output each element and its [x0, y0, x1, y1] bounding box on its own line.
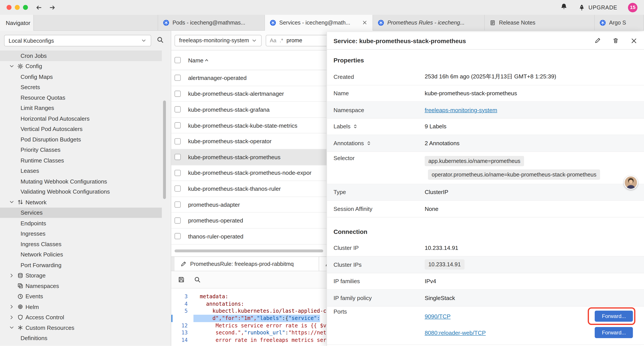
row-checkbox[interactable]: [174, 122, 180, 129]
row-checkbox[interactable]: [174, 217, 180, 223]
sort-updown-icon[interactable]: [366, 141, 371, 145]
sidebar-item-services[interactable]: Services: [0, 207, 162, 218]
back-icon[interactable]: [35, 4, 42, 11]
notification-count-badge[interactable]: 15: [628, 3, 638, 12]
regex-toggle[interactable]: .*: [280, 37, 283, 43]
sidebar-item-label: Events: [26, 293, 43, 300]
tab-label: Argo S: [609, 19, 639, 26]
row-checkbox[interactable]: [174, 91, 180, 97]
sidebar-item-network[interactable]: Network: [0, 197, 171, 207]
sidebar-scrollbar[interactable]: [163, 100, 166, 199]
tab-services-icecheng-math[interactable]: Services - icecheng@math...: [265, 15, 373, 31]
row-checkbox[interactable]: [174, 186, 180, 192]
sidebar-item-definitions[interactable]: Definitions: [0, 333, 171, 344]
sidebar-item-config-maps[interactable]: Config Maps: [0, 71, 171, 82]
save-icon[interactable]: [178, 276, 185, 283]
row-checkbox[interactable]: [174, 138, 180, 144]
sidebar-item-label: Mutating Webhook Configurations: [20, 178, 107, 185]
sidebar-item-horizontal-pod-autoscalers[interactable]: Horizontal Pod Autoscalers: [0, 113, 171, 124]
sidebar-item-label: Access Control: [26, 314, 64, 321]
sidebar-item-network-policies[interactable]: Network Policies: [0, 249, 171, 260]
sidebar-item-ingress-classes[interactable]: Ingress Classes: [0, 239, 171, 249]
notifications-bell-icon[interactable]: [560, 3, 568, 10]
section-heading: Connection: [327, 217, 644, 240]
namespace-link[interactable]: freeleaps-monitoring-system: [424, 107, 497, 113]
name-column-header[interactable]: Name: [188, 57, 209, 63]
row-checkbox[interactable]: [174, 201, 180, 208]
chevron-down-icon: [141, 38, 147, 43]
upgrade-button[interactable]: UPGRADE: [578, 4, 617, 11]
sidebar-item-resource-quotas[interactable]: Resource Quotas: [0, 92, 171, 103]
tab-argo-s[interactable]: Argo S: [595, 15, 644, 31]
sidebar-item-namespaces[interactable]: Namespaces: [0, 281, 171, 291]
chevron-right-icon[interactable]: [9, 315, 14, 320]
forward-icon[interactable]: [49, 4, 56, 11]
document-icon: [490, 19, 496, 26]
tab-pods-icecheng-mathmas[interactable]: Pods - icecheng@mathmas...: [158, 15, 265, 31]
navigator-tab[interactable]: Navigator: [0, 15, 34, 31]
close-icon[interactable]: [630, 37, 638, 44]
row-checkbox[interactable]: [174, 233, 180, 239]
sidebar-item-events[interactable]: Events: [0, 291, 171, 302]
sidebar-item-custom-resources[interactable]: Custom Resources: [0, 323, 171, 333]
match-case-toggle[interactable]: Aa: [270, 37, 276, 43]
close-window-button[interactable]: [6, 5, 12, 10]
property-row-namespace: Namespacefreeleaps-monitoring-system: [327, 102, 644, 118]
search-icon[interactable]: [156, 36, 164, 43]
sidebar-item-vertical-pod-autoscalers[interactable]: Vertical Pod Autoscalers: [0, 124, 171, 134]
property-row-cluster-ip: Cluster IP10.233.14.91: [327, 240, 644, 256]
sidebar-item-access-control[interactable]: Access Control: [0, 312, 171, 323]
row-checkbox[interactable]: [174, 170, 180, 176]
sidebar-item-pod-disruption-budgets[interactable]: Pod Disruption Budgets: [0, 134, 171, 145]
edit-pencil-icon[interactable]: [594, 37, 601, 44]
port-link[interactable]: 9090/TCP: [424, 313, 450, 320]
sidebar-item-config[interactable]: Config: [0, 61, 171, 71]
search-icon[interactable]: [194, 276, 201, 283]
sidebar-item-cron-jobs[interactable]: Cron Jobs: [0, 50, 162, 61]
dock-tab-prometheusrule[interactable]: PrometheusRule: freeleaps-prod-rabbitmq: [174, 257, 319, 271]
sidebar-item-port-forwarding[interactable]: Port Forwarding: [0, 260, 171, 270]
sidebar-item-mutating-webhook-configurations[interactable]: Mutating Webhook Configurations: [0, 176, 171, 187]
sidebar-item-leases[interactable]: Leases: [0, 166, 171, 176]
tab-release-notes[interactable]: Release Notes: [485, 15, 595, 31]
sidebar-item-helm[interactable]: Helm: [0, 302, 171, 312]
sidebar-item-limit-ranges[interactable]: Limit Ranges: [0, 103, 171, 113]
ports-list: 9090/TCPForward...8080:reloader-web/TCPF…: [424, 308, 638, 341]
sidebar-item-runtime-classes[interactable]: Runtime Classes: [0, 155, 171, 166]
minimize-window-button[interactable]: [15, 5, 20, 10]
row-checkbox[interactable]: [174, 106, 180, 113]
tab-prometheus-rules-icecheng[interactable]: Prometheus Rules - icecheng...: [373, 15, 485, 31]
maximize-window-button[interactable]: [23, 5, 28, 10]
close-icon[interactable]: [362, 20, 368, 25]
chevron-right-icon[interactable]: [9, 273, 14, 278]
chevron-down-icon[interactable]: [9, 63, 14, 69]
row-checkbox[interactable]: [174, 75, 180, 81]
chevron-down-icon[interactable]: [9, 200, 14, 205]
chevron-right-icon[interactable]: [9, 304, 14, 310]
delete-trash-icon[interactable]: [612, 37, 619, 44]
sidebar-item-ingresses[interactable]: Ingresses: [0, 228, 171, 239]
service-name: prometheus-adapter: [188, 201, 240, 208]
sidebar-item-label: Services: [20, 209, 43, 216]
sidebar-item-priority-classes[interactable]: Priority Classes: [0, 145, 171, 155]
namespace-select[interactable]: freeleaps-monitoring-system: [174, 34, 262, 46]
kubernetes-icon: [163, 19, 169, 26]
port-link[interactable]: 8080:reloader-web/TCP: [424, 329, 486, 336]
sidebar-item-storage[interactable]: Storage: [0, 270, 171, 281]
code-text: annotations:: [194, 300, 244, 308]
upgrade-label: UPGRADE: [588, 4, 618, 10]
horizontal-scrollbar[interactable]: [174, 249, 323, 252]
sidebar-item-secrets[interactable]: Secrets: [0, 82, 171, 92]
sidebar-item-validating-webhook-configurations[interactable]: Validating Webhook Configurations: [0, 187, 171, 197]
row-checkbox[interactable]: [174, 154, 180, 160]
forward-button[interactable]: Forward...: [595, 311, 633, 322]
search-input[interactable]: Aa .* prome: [266, 34, 328, 46]
chevron-down-icon[interactable]: [9, 325, 14, 330]
sidebar-item-endpoints[interactable]: Endpoints: [0, 218, 171, 228]
lens-app: UPGRADE 15 Navigator Pods - icecheng@mat…: [0, 0, 644, 346]
sort-updown-icon[interactable]: [353, 124, 358, 129]
avatar[interactable]: [624, 176, 638, 190]
select-all-checkbox[interactable]: [174, 57, 180, 63]
forward-button[interactable]: Forward...: [595, 327, 633, 338]
kubeconfig-select[interactable]: Local Kubeconfigs: [4, 35, 151, 46]
